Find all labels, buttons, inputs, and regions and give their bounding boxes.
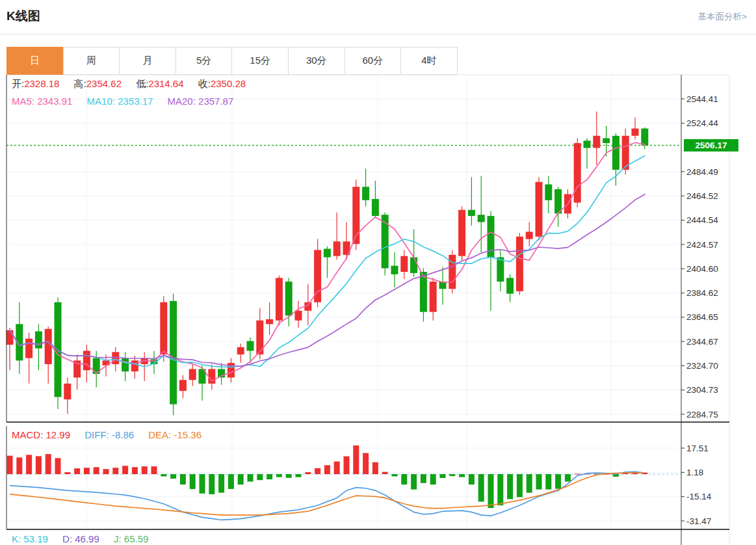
svg-text:2284.75: 2284.75 — [686, 410, 718, 419]
svg-text:2524.44: 2524.44 — [686, 118, 718, 128]
close-value: 2350.28 — [211, 78, 246, 89]
kline-page: K线图 基本面分析> 日 周 月 5分 15分 30分 60分 4时 2544.… — [0, 0, 756, 545]
ma20-label: MA20: — [168, 96, 196, 107]
macd-histogram — [7, 445, 648, 508]
macd-label: MACD: — [12, 429, 43, 440]
svg-text:2364.65: 2364.65 — [686, 312, 718, 322]
svg-text:2444.54: 2444.54 — [686, 215, 718, 225]
high-label: 高: — [74, 78, 86, 89]
svg-text:2324.70: 2324.70 — [686, 361, 718, 371]
dea-label: DEA: — [148, 429, 171, 440]
j-label: J: — [114, 533, 122, 544]
svg-text:2344.67: 2344.67 — [686, 337, 718, 347]
ohlc-row: 开:2328.18 高:2354.62 低:2314.64 收:2350.28 — [12, 78, 257, 90]
svg-text:1.18: 1.18 — [686, 468, 703, 477]
tab-5min[interactable]: 5分 — [176, 47, 233, 75]
diff-label: DIFF: — [85, 429, 109, 440]
svg-text:2464.52: 2464.52 — [686, 191, 718, 201]
high-value: 2354.62 — [86, 78, 122, 89]
d-value: 46.99 — [75, 533, 99, 544]
svg-text:-15.14: -15.14 — [686, 492, 712, 501]
tab-60min[interactable]: 60分 — [345, 47, 402, 75]
svg-text:2506.17: 2506.17 — [696, 140, 727, 150]
diff-value: -8.86 — [112, 429, 134, 440]
last-price-tag: 2506.17 — [684, 139, 738, 152]
ma-row: MA5: 2343.91 MA10: 2353.17 MA20: 2357.87 — [12, 96, 245, 107]
svg-text:-31.47: -31.47 — [686, 516, 711, 526]
svg-text:17.51: 17.51 — [686, 444, 709, 453]
macd-axis: 17.511.18-15.14-31.47 — [681, 444, 712, 526]
candles-group — [7, 111, 649, 415]
svg-text:2424.57: 2424.57 — [686, 240, 718, 250]
svg-text:2304.73: 2304.73 — [686, 385, 718, 395]
tab-monthly[interactable]: 月 — [119, 47, 176, 75]
low-label: 低: — [136, 78, 148, 89]
svg-text:2484.49: 2484.49 — [686, 167, 718, 177]
ma10-value: 2353.17 — [118, 96, 153, 107]
k-label: K: — [12, 533, 21, 544]
macd-row: MACD: 12.99 DIFF: -8.86 DEA: -15.36 — [12, 429, 213, 440]
j-value: 65.59 — [124, 533, 149, 544]
tab-15min[interactable]: 15分 — [231, 47, 289, 75]
close-label: 收: — [198, 78, 211, 89]
open-value: 2328.18 — [24, 78, 59, 89]
kdj-row: K: 53.19 D: 46.99 J: 65.59 — [12, 533, 160, 544]
svg-text:2544.41: 2544.41 — [686, 94, 718, 104]
ma5-value: 2343.91 — [37, 96, 72, 107]
open-label: 开: — [12, 78, 24, 89]
tab-weekly[interactable]: 周 — [63, 47, 120, 75]
ma5-label: MA5: — [12, 96, 34, 107]
dea-value: -15.36 — [174, 429, 202, 440]
ma10-label: MA10: — [87, 96, 115, 107]
tab-4hour[interactable]: 4时 — [400, 47, 458, 75]
low-value: 2314.64 — [148, 78, 183, 89]
svg-text:2404.60: 2404.60 — [686, 264, 718, 274]
k-value: 53.19 — [23, 533, 48, 544]
period-tab-bar: 日 周 月 5分 15分 30分 60分 4时 — [7, 47, 458, 75]
tab-30min[interactable]: 30分 — [288, 47, 345, 75]
macd-value: 12.99 — [46, 429, 71, 440]
ma20-value: 2357.87 — [198, 96, 233, 107]
svg-text:2384.62: 2384.62 — [686, 288, 718, 298]
d-label: D: — [62, 533, 72, 544]
tab-daily[interactable]: 日 — [7, 47, 64, 75]
